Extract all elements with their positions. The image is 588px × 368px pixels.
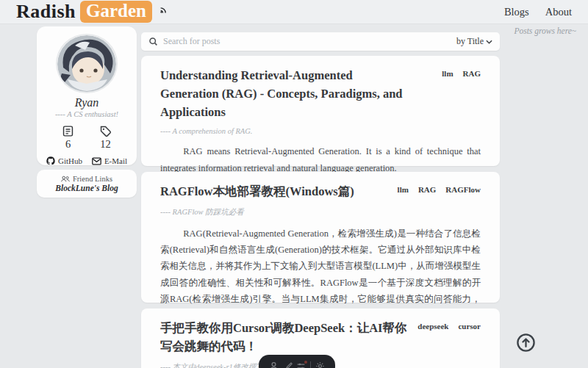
- profile-card: Ryan ---- A CS enthusiast! 6 12 Git: [37, 26, 137, 165]
- email-label: E-Mail: [104, 156, 127, 165]
- post-subtitle: ---- A comprehension of RAG.: [160, 127, 481, 135]
- post-card[interactable]: Understanding Retrieval-Augmented Genera…: [141, 56, 500, 166]
- users-icon: [61, 176, 70, 182]
- avatar[interactable]: [57, 35, 116, 92]
- header: Radish Garden Blogs About: [0, 0, 588, 24]
- post-tag[interactable]: llm: [442, 69, 453, 78]
- nav-about[interactable]: About: [545, 6, 572, 18]
- profile-links: GitHub E-Mail: [37, 156, 137, 165]
- post-tag[interactable]: RAG: [463, 69, 481, 78]
- sort-label: by Title: [456, 36, 484, 47]
- post-tag[interactable]: RAGFlow: [445, 185, 481, 194]
- scroll-top-button[interactable]: [516, 333, 536, 353]
- post-tag[interactable]: cursor: [458, 322, 481, 331]
- stat-posts[interactable]: 6: [62, 125, 74, 151]
- email-link[interactable]: E-Mail: [92, 156, 127, 165]
- site-logo[interactable]: Radish Garden: [16, 1, 169, 23]
- friend-links-title: Friend Links: [61, 175, 112, 183]
- post-tag[interactable]: RAG: [418, 185, 436, 194]
- github-label: GitHub: [58, 156, 82, 165]
- user-icon[interactable]: [269, 361, 279, 368]
- post-tags: llmRAGRAGFlow: [398, 183, 481, 194]
- search-input[interactable]: [163, 36, 451, 47]
- aside-note: Posts grows here~: [514, 26, 576, 35]
- post-subtitle: ---- RAGFlow 防踩坑必看: [160, 207, 481, 217]
- profile-tagline: ---- A CS enthusiast!: [55, 110, 118, 118]
- rss-icon[interactable]: [159, 4, 169, 14]
- tag-icon: [99, 125, 112, 137]
- post-title[interactable]: 手把手教你用Cursor调教DeepSeek：让AI帮你写会跳舞的代码！: [160, 320, 414, 356]
- floating-dock: [259, 355, 335, 368]
- github-icon: [46, 156, 55, 165]
- post-tag[interactable]: llm: [398, 185, 409, 194]
- friend-links-label: Friend Links: [73, 175, 112, 183]
- search-icon: [148, 37, 158, 46]
- logo-text-primary: Radish: [16, 1, 76, 23]
- header-nav: Blogs About: [504, 6, 572, 18]
- search-bar: by Title: [141, 32, 500, 51]
- brush-icon[interactable]: [283, 361, 293, 368]
- nav-blogs[interactable]: Blogs: [504, 6, 529, 18]
- stat-tags[interactable]: 12: [99, 125, 112, 151]
- sliders-icon[interactable]: [296, 361, 306, 368]
- posts-icon: [62, 125, 74, 137]
- github-link[interactable]: GitHub: [46, 156, 82, 165]
- post-tags: llmRAG: [442, 67, 481, 78]
- profile-name: Ryan: [75, 96, 99, 109]
- friend-links-card: Friend Links BlockLune's Blog: [37, 170, 137, 198]
- logo-text-badge: Garden: [80, 1, 152, 23]
- tags-count: 12: [100, 138, 111, 151]
- chevron-down-icon: [486, 40, 492, 44]
- arrow-up-icon: [516, 333, 536, 353]
- friend-link-blocklune[interactable]: BlockLune's Blog: [55, 184, 118, 192]
- post-tag[interactable]: deepseek: [417, 322, 448, 331]
- dock-divider: [310, 361, 311, 368]
- gear-icon[interactable]: [315, 361, 325, 368]
- post-tags: deepseekcursor: [417, 320, 481, 331]
- profile-stats: 6 12: [37, 125, 137, 151]
- post-head: RAGFlow本地部署教程(Windows篇) llmRAGRAGFlow: [160, 183, 481, 201]
- post-title[interactable]: RAGFlow本地部署教程(Windows篇): [160, 183, 354, 201]
- page: Radish Garden Blogs About: [0, 0, 588, 368]
- post-title[interactable]: Understanding Retrieval-Augmented Genera…: [160, 67, 414, 121]
- post-head: Understanding Retrieval-Augmented Genera…: [160, 67, 481, 121]
- notification-dot: [304, 361, 307, 364]
- sort-dropdown[interactable]: by Title: [456, 36, 492, 47]
- email-icon: [92, 157, 101, 165]
- post-head: 手把手教你用Cursor调教DeepSeek：让AI帮你写会跳舞的代码！ dee…: [160, 320, 481, 356]
- posts-count: 6: [65, 138, 71, 151]
- post-card[interactable]: RAGFlow本地部署教程(Windows篇) llmRAGRAGFlow --…: [141, 172, 500, 303]
